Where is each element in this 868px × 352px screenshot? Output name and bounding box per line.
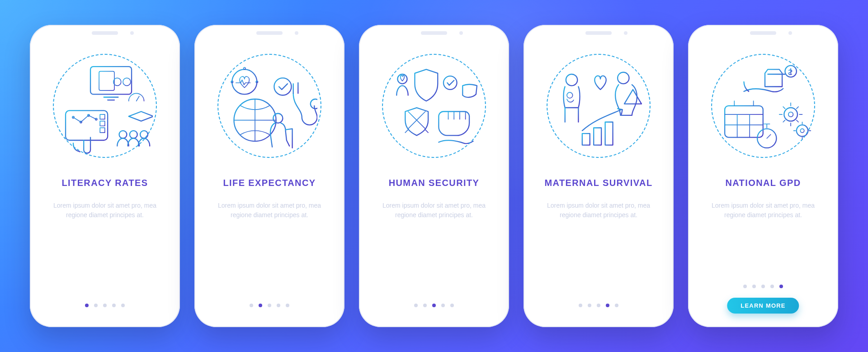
dot[interactable] (450, 304, 454, 307)
dot[interactable] (423, 304, 427, 307)
phone-notch (585, 31, 612, 35)
illustration-wrap (217, 54, 321, 158)
phone-notch (256, 31, 283, 35)
phone-mockup: HUMAN SECURITY Lorem ipsum dolor sit ame… (359, 25, 509, 327)
illustration-wrap (53, 54, 157, 158)
phone-mockup: MATERNAL SURVIVAL Lorem ipsum dolor sit … (524, 25, 674, 327)
dot[interactable] (259, 304, 262, 307)
slide-desc: Lorem ipsum dolor sit amet pro, mea regi… (524, 201, 674, 220)
dot[interactable] (432, 304, 436, 307)
slide-desc: Lorem ipsum dolor sit amet pro, mea regi… (30, 201, 180, 220)
dot[interactable] (779, 285, 783, 288)
phone-mockup: NATIONAL GPD Lorem ipsum dolor sit amet … (688, 25, 838, 327)
illustration-wrap (547, 54, 651, 158)
dot[interactable] (414, 304, 418, 307)
phone-notch (92, 31, 118, 35)
dot[interactable] (103, 304, 107, 307)
dot[interactable] (268, 304, 271, 307)
dot[interactable] (606, 304, 609, 307)
dot[interactable] (441, 304, 445, 307)
phone-speaker-dot (459, 31, 463, 35)
phone-speaker-dot (295, 31, 298, 35)
dot[interactable] (112, 304, 116, 307)
dot[interactable] (615, 304, 618, 307)
phone-notch (750, 31, 776, 35)
dashed-ring (53, 54, 157, 158)
learn-more-button[interactable]: LEARN MORE (727, 298, 799, 314)
phone-speaker-dot (624, 31, 627, 35)
dot[interactable] (94, 304, 98, 307)
dot[interactable] (752, 285, 756, 288)
phone-speaker-dot (788, 31, 792, 35)
slide-title: MATERNAL SURVIVAL (545, 178, 653, 188)
dot[interactable] (85, 304, 89, 307)
dot[interactable] (588, 304, 591, 307)
dot[interactable] (743, 285, 747, 288)
dashed-ring (382, 54, 486, 158)
illustration-wrap (382, 54, 486, 158)
phone-speaker-dot (130, 31, 134, 35)
dot[interactable] (597, 304, 600, 307)
phone-notch (421, 31, 447, 35)
dot[interactable] (286, 304, 289, 307)
slide-title: NATIONAL GPD (725, 178, 801, 188)
dot[interactable] (579, 304, 582, 307)
dot[interactable] (121, 304, 125, 307)
slide-desc: Lorem ipsum dolor sit amet pro, mea regi… (359, 201, 509, 220)
pagination-dots[interactable] (579, 304, 618, 307)
slide-desc: Lorem ipsum dolor sit amet pro, mea regi… (194, 201, 344, 220)
dashed-ring (217, 54, 321, 158)
pagination-dots[interactable] (85, 304, 125, 307)
slide-desc: Lorem ipsum dolor sit amet pro, mea regi… (688, 201, 838, 220)
slide-title: LITERACY RATES (61, 178, 148, 188)
slide-title: LIFE EXPECTANCY (223, 178, 316, 188)
pagination-dots[interactable] (250, 304, 289, 307)
phone-mockup: LIFE EXPECTANCY Lorem ipsum dolor sit am… (194, 25, 344, 327)
phone-row: LITERACY RATES Lorem ipsum dolor sit ame… (0, 0, 868, 352)
dot[interactable] (250, 304, 253, 307)
dashed-ring (711, 54, 815, 158)
dot[interactable] (761, 285, 765, 288)
phone-mockup: LITERACY RATES Lorem ipsum dolor sit ame… (30, 25, 180, 327)
dot[interactable] (277, 304, 280, 307)
dashed-ring (547, 54, 651, 158)
pagination-dots[interactable] (414, 304, 454, 307)
illustration-wrap (711, 54, 815, 158)
pagination-dots[interactable] (743, 285, 783, 288)
slide-title: HUMAN SECURITY (389, 178, 480, 188)
dot[interactable] (770, 285, 774, 288)
